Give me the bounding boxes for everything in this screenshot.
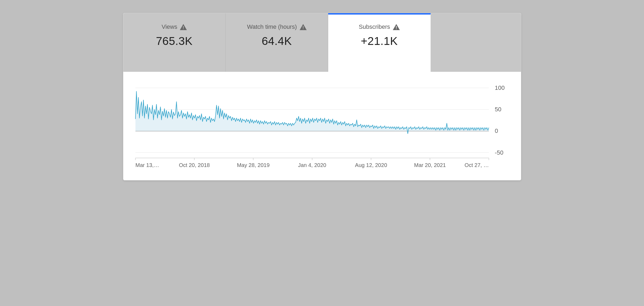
svg-text:May 28, 2019: May 28, 2019 bbox=[237, 162, 269, 168]
svg-text:Mar 20, 2021: Mar 20, 2021 bbox=[414, 162, 446, 168]
tab-views-label: Views bbox=[162, 23, 177, 30]
svg-rect-1 bbox=[183, 28, 184, 29]
svg-text:-50: -50 bbox=[495, 149, 503, 156]
warning-icon bbox=[393, 24, 400, 30]
tab-views-title: Views bbox=[162, 23, 187, 30]
warning-icon bbox=[180, 24, 187, 30]
tab-subscribers-label: Subscribers bbox=[359, 23, 390, 30]
svg-rect-4 bbox=[396, 26, 397, 28]
svg-rect-0 bbox=[183, 26, 184, 28]
tab-watch-time-label: Watch time (hours) bbox=[247, 23, 297, 30]
svg-text:0: 0 bbox=[495, 127, 498, 134]
svg-text:Oct 20, 2018: Oct 20, 2018 bbox=[179, 162, 210, 168]
svg-text:100: 100 bbox=[495, 86, 505, 91]
tab-watch-time-title: Watch time (hours) bbox=[247, 23, 307, 30]
svg-text:Aug 12, 2020: Aug 12, 2020 bbox=[355, 162, 387, 168]
warning-icon bbox=[300, 24, 307, 30]
svg-text:Oct 27, …: Oct 27, … bbox=[464, 162, 489, 168]
tab-views-value: 765.3K bbox=[156, 35, 192, 48]
svg-text:Jan 4, 2020: Jan 4, 2020 bbox=[298, 162, 326, 168]
svg-rect-3 bbox=[303, 28, 303, 29]
svg-rect-5 bbox=[396, 28, 397, 29]
tab-views[interactable]: Views 765.3K bbox=[123, 13, 226, 72]
tab-watch-time-value: 64.4K bbox=[262, 35, 292, 48]
analytics-card: Views 765.3K Watch time (hours) 64.4K Su… bbox=[123, 13, 521, 180]
subscribers-chart: -50050100Mar 13,…Oct 20, 2018May 28, 201… bbox=[134, 86, 512, 172]
tab-watch-time[interactable]: Watch time (hours) 64.4K bbox=[226, 13, 328, 72]
chart-area: -50050100Mar 13,…Oct 20, 2018May 28, 201… bbox=[123, 72, 521, 180]
metrics-tabs: Views 765.3K Watch time (hours) 64.4K Su… bbox=[123, 13, 521, 72]
svg-rect-2 bbox=[303, 26, 303, 28]
svg-text:Mar 13,…: Mar 13,… bbox=[135, 162, 159, 168]
tab-subscribers-value: +21.1K bbox=[361, 35, 398, 48]
svg-text:50: 50 bbox=[495, 106, 501, 113]
tab-empty-tail bbox=[431, 13, 521, 72]
tab-subscribers-title: Subscribers bbox=[359, 23, 400, 30]
tab-subscribers[interactable]: Subscribers +21.1K bbox=[328, 13, 431, 72]
